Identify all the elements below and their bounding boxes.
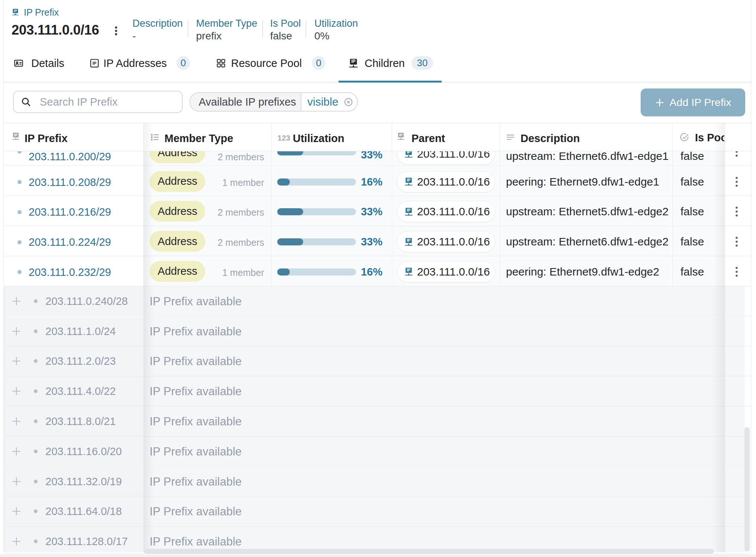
svg-text:IP: IP — [399, 133, 403, 137]
svg-text:IP: IP — [351, 59, 355, 64]
svg-text:IP: IP — [407, 268, 410, 272]
svg-text:IP: IP — [93, 61, 97, 65]
svg-text:IP: IP — [407, 208, 410, 212]
svg-text:IP: IP — [14, 133, 18, 137]
svg-text:IP: IP — [407, 238, 410, 242]
svg-text:IP: IP — [14, 9, 17, 13]
svg-text:IP: IP — [407, 178, 410, 182]
